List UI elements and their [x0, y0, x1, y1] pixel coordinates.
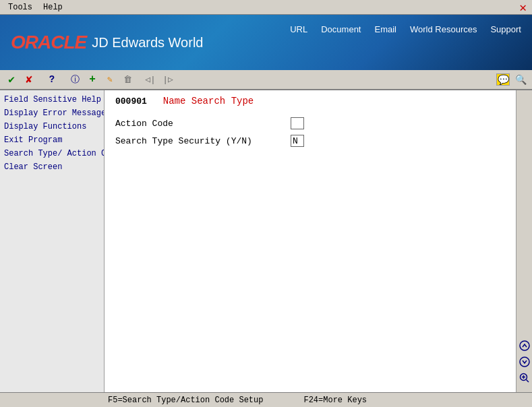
nav-document[interactable]: Document	[321, 24, 361, 34]
chat-icon: 💬	[496, 73, 510, 86]
sidebar-item-display-error-message[interactable]: Display Error Message	[0, 106, 104, 120]
sidebar: Field Sensitive Help Display Error Messa…	[0, 90, 105, 392]
nav-world-resources[interactable]: World Resources	[410, 24, 477, 34]
help-menu[interactable]: Help	[38, 1, 68, 13]
content-area: 000901 Name Search Type Action Code Sear…	[105, 90, 516, 392]
svg-point-1	[520, 357, 529, 367]
cancel-button[interactable]: ✘	[22, 72, 36, 87]
sidebar-item-exit-program[interactable]: Exit Program	[0, 133, 104, 147]
right-panel	[516, 90, 532, 392]
help-button[interactable]: ?	[45, 72, 59, 87]
next-button[interactable]: |▷	[160, 72, 175, 87]
form-title: Name Search Type	[163, 96, 254, 106]
nav-support[interactable]: Support	[490, 24, 521, 34]
search-button[interactable]: 🔍	[513, 72, 528, 87]
nav-url[interactable]: URL	[290, 24, 307, 34]
toolbar-right: 💬 🔍	[496, 72, 528, 87]
nav-email[interactable]: Email	[374, 24, 396, 34]
search-security-input[interactable]	[291, 135, 304, 147]
statusbar: F5=Search Type/Action Code Setup F24=Mor…	[0, 392, 532, 407]
chat-button[interactable]: 💬	[496, 72, 510, 87]
sidebar-item-field-sensitive-help[interactable]: Field Sensitive Help	[0, 93, 104, 106]
delete-button[interactable]: 🗑	[120, 72, 135, 87]
info-button[interactable]: ⓘ	[67, 72, 82, 87]
action-code-label: Action Code	[115, 119, 291, 129]
header-banner: ORACLE JD Edwards World URL Document Ema…	[0, 15, 532, 70]
action-code-row: Action Code	[115, 117, 505, 129]
search-security-label: Search Type Security (Y/N)	[115, 136, 291, 146]
toolbar: ✔ ✘ ? ⓘ + ✎ 🗑 ◁| |▷ 💬 🔍	[0, 70, 532, 90]
nav-links: URL Document Email World Resources Suppo…	[290, 24, 521, 34]
sidebar-item-clear-screen[interactable]: Clear Screen	[0, 160, 104, 174]
zoom-icon[interactable]	[519, 372, 531, 384]
f24-status: F24=More Keys	[303, 396, 367, 405]
add-button[interactable]: +	[85, 72, 100, 87]
scroll-down-icon[interactable]	[519, 356, 531, 368]
tools-menu[interactable]: Tools	[3, 1, 38, 13]
svg-line-3	[526, 380, 529, 383]
main-area: Field Sensitive Help Display Error Messa…	[0, 90, 532, 392]
action-code-input[interactable]	[291, 117, 304, 129]
search-security-row: Search Type Security (Y/N)	[115, 135, 505, 147]
program-id: 000901	[115, 96, 147, 106]
menu-bar: Tools Help ✕	[0, 0, 532, 15]
close-icon[interactable]: ✕	[519, 0, 527, 15]
sidebar-item-search-type-action[interactable]: Search Type/ Action Co	[0, 147, 104, 160]
oracle-logo: ORACLE	[11, 32, 86, 53]
f5-status: F5=Search Type/Action Code Setup	[108, 396, 263, 405]
sidebar-item-display-functions[interactable]: Display Functions	[0, 120, 104, 133]
logo-area: ORACLE JD Edwards World	[11, 32, 203, 53]
edit-button[interactable]: ✎	[102, 72, 117, 87]
prev-button[interactable]: ◁|	[143, 72, 158, 87]
check-button[interactable]: ✔	[4, 72, 19, 87]
form-header: 000901 Name Search Type	[115, 96, 505, 106]
scroll-up-icon[interactable]	[519, 340, 531, 352]
svg-point-0	[520, 341, 529, 350]
jde-title: JD Edwards World	[92, 35, 203, 51]
